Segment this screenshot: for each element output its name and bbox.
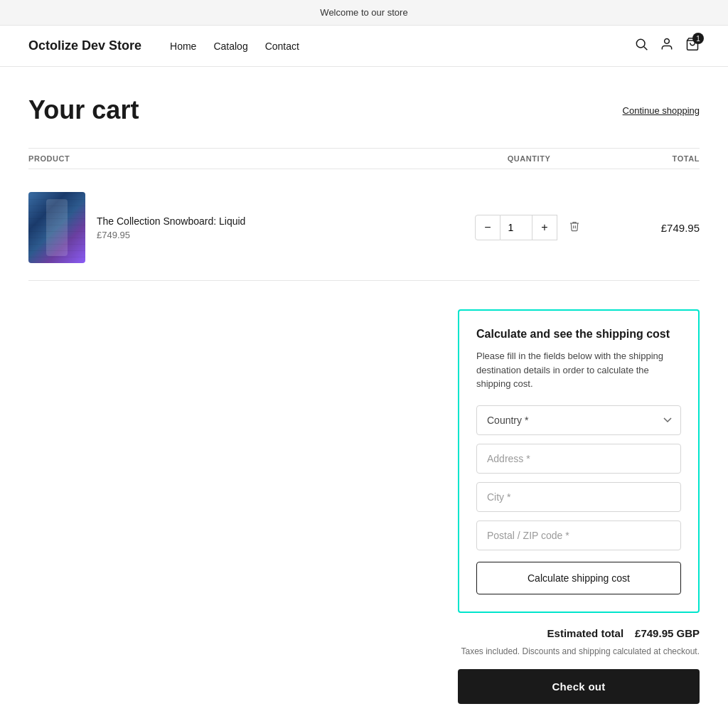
product-image bbox=[28, 192, 85, 263]
cart-bottom: Calculate and see the shipping cost Plea… bbox=[28, 309, 700, 704]
estimated-total-value: £749.95 GBP bbox=[635, 627, 700, 639]
cart-item-info: The Collection Snowboard: Liquid £749.95 bbox=[28, 192, 444, 263]
quantity-decrease-button[interactable]: − bbox=[475, 215, 500, 240]
svg-line-1 bbox=[644, 47, 648, 50]
estimated-total-label: Estimated total bbox=[547, 627, 624, 639]
col-quantity: Quantity bbox=[444, 154, 614, 163]
continue-shopping-link[interactable]: Continue shopping bbox=[623, 105, 700, 116]
cart-title: Your cart bbox=[28, 95, 139, 125]
nav-catalog[interactable]: Catalog bbox=[213, 41, 247, 52]
account-icon[interactable] bbox=[660, 37, 674, 55]
city-field bbox=[476, 482, 681, 512]
remove-item-button[interactable] bbox=[566, 218, 583, 237]
country-select[interactable]: Country * bbox=[476, 405, 681, 435]
quantity-controls: − + bbox=[444, 215, 614, 240]
product-price: £749.95 bbox=[97, 230, 245, 240]
checkout-button[interactable]: Check out bbox=[458, 669, 700, 704]
header-icons: 1 bbox=[634, 37, 700, 55]
quantity-input[interactable] bbox=[500, 215, 532, 240]
svg-point-0 bbox=[636, 39, 645, 48]
main-content: Your cart Continue shopping Product Quan… bbox=[0, 67, 728, 726]
col-total: Total bbox=[614, 154, 700, 163]
cart-icon[interactable]: 1 bbox=[685, 37, 700, 55]
quantity-increase-button[interactable]: + bbox=[532, 215, 557, 240]
cart-item: The Collection Snowboard: Liquid £749.95… bbox=[28, 175, 700, 281]
product-name: The Collection Snowboard: Liquid bbox=[97, 215, 245, 227]
address-input[interactable] bbox=[476, 444, 681, 474]
product-details: The Collection Snowboard: Liquid £749.95 bbox=[97, 215, 245, 240]
announcement-bar: Welcome to our store bbox=[0, 0, 728, 26]
shipping-calculator: Calculate and see the shipping cost Plea… bbox=[458, 309, 700, 613]
shipping-calc-title: Calculate and see the shipping cost bbox=[476, 328, 681, 341]
main-nav: Home Catalog Contact bbox=[170, 41, 634, 52]
cart-count: 1 bbox=[692, 33, 704, 44]
tax-note: Taxes included. Discounts and shipping c… bbox=[458, 645, 700, 658]
item-total: £749.95 bbox=[614, 222, 700, 234]
shipping-panel: Calculate and see the shipping cost Plea… bbox=[458, 309, 700, 704]
address-field bbox=[476, 444, 681, 474]
nav-home[interactable]: Home bbox=[170, 41, 196, 52]
cart-table-header: Product Quantity Total bbox=[28, 148, 700, 169]
calculate-shipping-button[interactable]: Calculate shipping cost bbox=[476, 562, 681, 594]
search-icon[interactable] bbox=[634, 37, 648, 55]
announcement-text: Welcome to our store bbox=[320, 7, 407, 18]
svg-point-2 bbox=[665, 39, 670, 44]
shipping-calc-desc: Please fill in the fields below with the… bbox=[476, 349, 681, 391]
cart-header: Your cart Continue shopping bbox=[28, 95, 700, 125]
city-input[interactable] bbox=[476, 482, 681, 512]
site-logo[interactable]: Octolize Dev Store bbox=[28, 38, 141, 53]
col-product: Product bbox=[28, 154, 444, 163]
nav-contact[interactable]: Contact bbox=[265, 41, 299, 52]
postal-input[interactable] bbox=[476, 521, 681, 550]
postal-field bbox=[476, 521, 681, 550]
site-header: Octolize Dev Store Home Catalog Contact … bbox=[0, 26, 728, 67]
country-field: Country * bbox=[476, 405, 681, 435]
estimated-total: Estimated total £749.95 GBP bbox=[458, 627, 700, 639]
